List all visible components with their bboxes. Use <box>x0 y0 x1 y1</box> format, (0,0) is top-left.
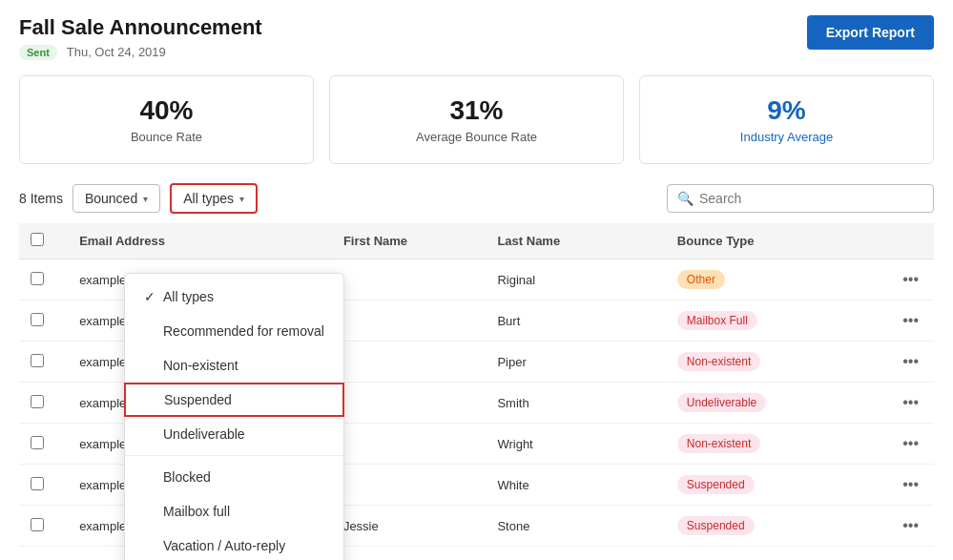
dropdown-item-5[interactable]: Blocked <box>125 460 343 494</box>
table-header-row: Email Address First Name Last Name Bounc… <box>19 223 934 259</box>
sent-date: Thu, Oct 24, 2019 <box>67 45 166 59</box>
row-firstname-6: Jessie <box>332 506 487 547</box>
filters-row: 8 Items Bounced ▾ All types ▾ 🔍 <box>19 183 934 214</box>
row-actions-button-2[interactable]: ••• <box>899 351 922 372</box>
dropdown-label-1: Recommended for removal <box>163 323 324 339</box>
row-bounce-type-4: Non-existent <box>666 424 871 465</box>
dropdown-item-4[interactable]: Undeliverable <box>125 417 343 451</box>
row-checkbox-2[interactable] <box>31 354 44 367</box>
bounce-rate-number: 40% <box>35 95 298 126</box>
row-actions-button-3[interactable]: ••• <box>899 392 922 413</box>
stats-row: 40% Bounce Rate 31% Average Bounce Rate … <box>19 75 934 164</box>
select-all-checkbox[interactable] <box>31 233 44 246</box>
search-icon: 🔍 <box>677 191 694 206</box>
dropdown-label-6: Mailbox full <box>163 504 230 519</box>
col-actions <box>871 223 934 259</box>
row-lastname-1: Burt <box>486 301 665 342</box>
page-title: Fall Sale Announcement <box>19 15 262 40</box>
bounced-filter-button[interactable]: Bounced ▾ <box>73 184 160 213</box>
type-chevron-icon: ▾ <box>239 194 244 204</box>
row-bounce-type-1: Mailbox Full <box>666 301 871 342</box>
dropdown-label-4: Undeliverable <box>163 426 245 442</box>
row-lastname-5: White <box>486 465 665 506</box>
bounced-label: Bounced <box>85 191 137 206</box>
sent-badge: Sent <box>19 45 57 60</box>
row-firstname-4 <box>332 424 487 465</box>
industry-avg-number: 9% <box>655 95 918 126</box>
row-firstname-5 <box>332 465 487 506</box>
row-checkbox-6[interactable] <box>31 518 44 531</box>
stat-avg-bounce-rate: 31% Average Bounce Rate <box>329 75 624 164</box>
dropdown-item-6[interactable]: Mailbox full <box>125 494 343 529</box>
row-firstname-2 <box>332 342 487 383</box>
bounce-badge-1: Mailbox Full <box>677 311 757 330</box>
row-checkbox-4[interactable] <box>31 436 44 449</box>
type-filter-button[interactable]: All types ▾ <box>170 183 258 214</box>
col-email: Email Address <box>68 223 332 259</box>
dropdown-label-0: All types <box>163 289 214 304</box>
bounce-badge-0: Other <box>677 270 725 289</box>
col-firstname: First Name <box>332 223 487 259</box>
row-checkbox-0[interactable] <box>31 272 44 285</box>
row-lastname-4: Wright <box>486 424 665 465</box>
row-checkbox-5[interactable] <box>31 477 44 490</box>
items-count: 8 Items <box>19 191 63 206</box>
dropdown-item-1[interactable]: Recommended for removal <box>125 314 343 348</box>
dropdown-label-2: Non-existent <box>163 358 238 373</box>
bounce-badge-2: Non-existent <box>677 352 760 371</box>
col-lastname: Last Name <box>486 223 665 259</box>
row-firstname-0 <box>332 259 487 301</box>
row-checkbox-1[interactable] <box>31 313 44 326</box>
dropdown-item-0[interactable]: ✓ All types <box>125 280 343 314</box>
avg-bounce-rate-number: 31% <box>345 95 608 126</box>
dropdown-label-3: Suspended <box>164 392 232 407</box>
bounce-rate-label: Bounce Rate <box>35 130 298 144</box>
dropdown-divider <box>125 455 343 456</box>
row-actions-button-0[interactable]: ••• <box>899 269 922 290</box>
row-bounce-type-6: Suspended <box>666 506 871 547</box>
row-firstname-3 <box>332 383 487 424</box>
type-filter-dropdown: ✓ All types Recommended for removal Non-… <box>124 273 344 560</box>
row-bounce-type-0: Other <box>666 259 871 301</box>
check-icon-0: ✓ <box>144 289 163 304</box>
industry-avg-label: Industry Average <box>655 130 918 144</box>
row-actions-button-4[interactable]: ••• <box>899 433 922 454</box>
dropdown-item-7[interactable]: Vacation / Auto-reply <box>125 529 343 560</box>
row-bounce-type-3: Undeliverable <box>666 383 871 424</box>
row-firstname-1 <box>332 301 487 342</box>
row-bounce-type-2: Non-existent <box>666 342 871 383</box>
bounce-badge-4: Non-existent <box>677 434 760 453</box>
table-container: Email Address First Name Last Name Bounc… <box>19 223 934 547</box>
type-label: All types <box>183 191 234 206</box>
dropdown-label-5: Blocked <box>163 469 211 485</box>
bounce-badge-6: Suspended <box>677 516 755 535</box>
stat-bounce-rate: 40% Bounce Rate <box>19 75 314 164</box>
row-lastname-6: Stone <box>486 506 665 547</box>
row-actions-button-6[interactable]: ••• <box>899 515 922 536</box>
row-lastname-0: Riginal <box>486 259 665 301</box>
search-box[interactable]: 🔍 <box>667 184 934 213</box>
row-actions-button-5[interactable]: ••• <box>899 474 922 495</box>
dropdown-label-7: Vacation / Auto-reply <box>163 538 285 553</box>
avg-bounce-rate-label: Average Bounce Rate <box>345 130 608 144</box>
row-lastname-2: Piper <box>486 342 665 383</box>
row-actions-button-1[interactable]: ••• <box>899 310 922 331</box>
search-input[interactable] <box>699 191 923 206</box>
row-checkbox-3[interactable] <box>31 395 44 408</box>
row-lastname-3: Smith <box>486 383 665 424</box>
col-bounce-type: Bounce Type <box>666 223 871 259</box>
bounce-badge-5: Suspended <box>677 475 755 494</box>
bounce-badge-3: Undeliverable <box>677 393 766 412</box>
row-bounce-type-5: Suspended <box>666 465 871 506</box>
stat-industry-avg: 9% Industry Average <box>639 75 934 164</box>
export-report-button[interactable]: Export Report <box>807 15 934 50</box>
dropdown-item-2[interactable]: Non-existent <box>125 348 343 383</box>
bounced-chevron-icon: ▾ <box>143 194 148 204</box>
dropdown-item-3[interactable]: Suspended <box>124 383 344 417</box>
